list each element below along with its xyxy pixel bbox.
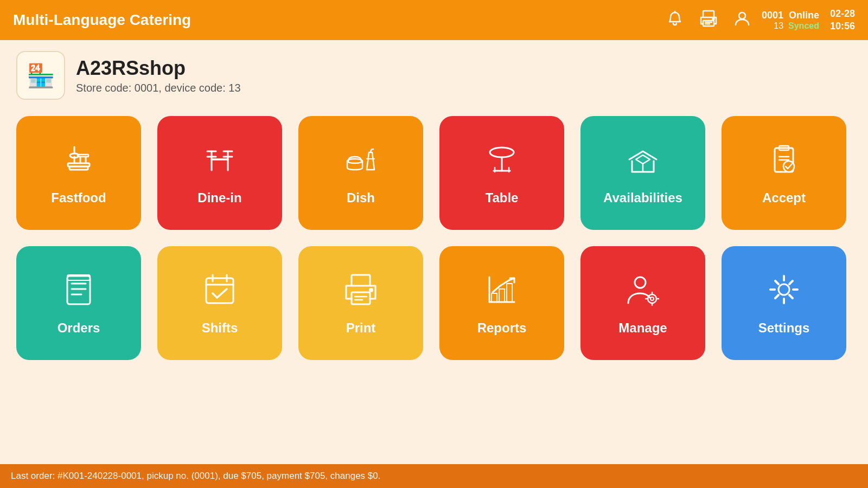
menu-row-2: Orders Shifts xyxy=(16,246,852,360)
bell-icon[interactable] xyxy=(666,10,684,31)
table-icon xyxy=(483,140,521,184)
svg-point-24 xyxy=(490,147,514,157)
reports-button[interactable]: Reports xyxy=(439,246,564,360)
manage-label: Manage xyxy=(618,320,667,336)
manage-button[interactable]: Manage xyxy=(580,246,705,360)
svg-point-22 xyxy=(347,159,362,163)
fastfood-icon xyxy=(60,140,98,184)
manage-icon xyxy=(624,271,662,314)
svg-point-48 xyxy=(370,289,373,292)
svg-rect-51 xyxy=(492,293,497,302)
store-code: Store code: 0001, device code: 13 xyxy=(76,82,241,94)
svg-point-61 xyxy=(778,284,789,295)
app-title: Multi-Language Catering xyxy=(13,11,666,29)
dinein-button[interactable]: Dine-in xyxy=(157,116,282,230)
accept-icon xyxy=(765,140,803,184)
svg-rect-40 xyxy=(206,278,233,303)
menu-row-1: Fastfood Dine-in xyxy=(16,116,852,230)
store-info-section: 🏪 A23RSshop Store code: 0001, device cod… xyxy=(0,40,868,111)
table-button[interactable]: Table xyxy=(439,116,564,230)
accept-label: Accept xyxy=(762,190,806,206)
shifts-button[interactable]: Shifts xyxy=(157,246,282,360)
svg-line-66 xyxy=(775,281,778,284)
orders-button[interactable]: Orders xyxy=(16,246,141,360)
dinein-icon xyxy=(201,140,239,184)
orders-icon xyxy=(60,271,98,314)
print-label: Print xyxy=(346,320,376,336)
app-header: Multi-Language Catering xyxy=(0,0,868,40)
availabilities-label: Availabilities xyxy=(603,190,682,206)
dinein-label: Dine-in xyxy=(197,190,241,206)
user-icon[interactable] xyxy=(733,10,751,31)
svg-rect-1 xyxy=(703,11,714,17)
header-icons xyxy=(666,10,751,31)
orders-label: Orders xyxy=(58,320,100,336)
shifts-label: Shifts xyxy=(202,320,238,336)
dish-label: Dish xyxy=(347,190,375,206)
last-order-text: Last order: #K001-240228-0001, pickup no… xyxy=(11,471,380,481)
dish-icon xyxy=(342,140,380,184)
print-icon xyxy=(342,271,380,314)
device-status: 13 Synced xyxy=(774,21,819,31)
svg-line-67 xyxy=(789,295,793,298)
svg-rect-8 xyxy=(69,166,88,170)
printer-icon[interactable] xyxy=(699,10,718,31)
svg-point-5 xyxy=(712,18,714,20)
store-details: A23RSshop Store code: 0001, device code:… xyxy=(76,57,241,94)
settings-icon xyxy=(765,271,803,314)
svg-rect-45 xyxy=(352,292,370,304)
fastfood-label: Fastfood xyxy=(51,190,106,206)
shifts-icon xyxy=(201,271,239,314)
svg-line-68 xyxy=(789,281,793,284)
availabilities-button[interactable]: Availabilities xyxy=(580,116,705,230)
fastfood-button[interactable]: Fastfood xyxy=(16,116,141,230)
settings-button[interactable]: Settings xyxy=(722,246,846,360)
store-device-codes: 0001 Online xyxy=(762,10,819,21)
svg-rect-52 xyxy=(499,289,505,302)
dish-button[interactable]: Dish xyxy=(298,116,423,230)
menu-grid: Fastfood Dine-in xyxy=(0,111,868,365)
store-name: A23RSshop xyxy=(76,57,241,80)
svg-rect-44 xyxy=(352,275,370,286)
store-logo: 🏪 xyxy=(16,51,65,100)
table-label: Table xyxy=(486,190,519,206)
svg-point-6 xyxy=(739,12,745,19)
bottom-status-bar: Last order: #K001-240228-0001, pickup no… xyxy=(0,464,868,488)
header-datetime: 02-28 10:56 xyxy=(830,8,855,33)
reports-icon xyxy=(483,271,521,314)
svg-point-54 xyxy=(635,277,646,288)
accept-button[interactable]: Accept xyxy=(722,116,846,230)
svg-rect-53 xyxy=(507,284,512,302)
svg-line-69 xyxy=(775,295,778,298)
reports-label: Reports xyxy=(477,320,527,336)
svg-point-56 xyxy=(650,297,654,300)
print-button[interactable]: Print xyxy=(298,246,423,360)
svg-point-55 xyxy=(648,294,656,303)
availabilities-icon xyxy=(624,140,662,184)
settings-label: Settings xyxy=(758,320,810,336)
